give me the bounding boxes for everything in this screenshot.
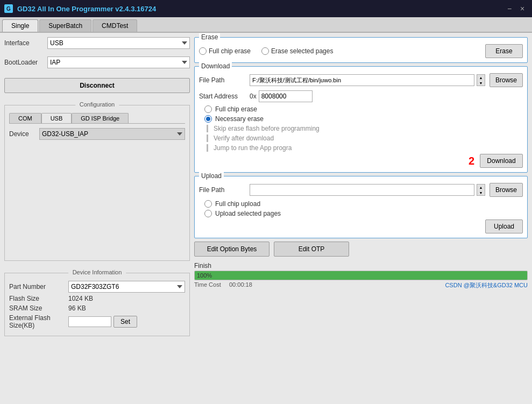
dl-verify-after: Verify after download: [204, 134, 523, 142]
download-path-spinner[interactable]: ▲ ▼: [477, 74, 485, 86]
ul-upload-selected-pages[interactable]: Upload selected pages: [204, 210, 523, 217]
minimize-button[interactable]: −: [504, 3, 515, 14]
dl-skip-erase: Skip erase flash before programming: [204, 125, 523, 132]
finish-label: Finish: [194, 262, 528, 270]
upload-footer: Upload: [199, 219, 523, 233]
time-cost-label: Time Cost 00:00:18: [194, 281, 252, 289]
download-path-input[interactable]: [250, 74, 474, 86]
dl-full-chip-erase[interactable]: Full chip erase: [204, 105, 523, 113]
dl-skip-erase-label: Skip erase flash before programming: [214, 125, 320, 132]
start-address-input[interactable]: [259, 90, 313, 102]
bootloader-select[interactable]: IAP ISP: [47, 56, 190, 68]
watermark: CSDN @聚沃科技&GD32 MCU: [445, 281, 528, 289]
upload-path-spinner[interactable]: ▲ ▼: [477, 184, 485, 196]
device-info-section: Device Information Part Number GD32F303Z…: [4, 273, 190, 336]
configuration-section: Configuration COM USB GD ISP Bridge Devi…: [4, 105, 190, 261]
disconnect-button[interactable]: Disconnect: [4, 78, 190, 93]
upload-options: Full chip upload Upload selected pages: [204, 200, 523, 217]
erase-selected-pages-radio[interactable]: [261, 47, 269, 55]
set-button[interactable]: Set: [114, 316, 137, 328]
configuration-legend: Configuration: [75, 101, 119, 108]
ul-full-chip-upload[interactable]: Full chip upload: [204, 200, 523, 208]
sub-tab-gd-isp-bridge[interactable]: GD ISP Bridge: [72, 113, 129, 123]
tab-cmdtest[interactable]: CMDTest: [93, 19, 137, 32]
title-bar-left: G GD32 All In One Programmer v2.4.3.1672…: [4, 4, 156, 13]
erase-button[interactable]: Erase: [485, 44, 523, 58]
download-footer: 2 Download: [199, 154, 523, 168]
flash-size-label: Flash Size: [9, 295, 68, 302]
tab-superbatch[interactable]: SuperBatch: [39, 19, 91, 32]
interface-select[interactable]: USB COM SWD: [47, 37, 190, 49]
upload-section: Upload File Path ▲ ▼ Browse: [194, 176, 528, 238]
download-options: Full chip erase Necessary erase Skip era…: [204, 105, 523, 152]
title-bar: G GD32 All In One Programmer v2.4.3.1672…: [0, 0, 532, 17]
dl-verify-after-label: Verify after download: [214, 134, 274, 142]
progress-text: 100%: [197, 272, 212, 279]
erase-radio-options: Full chip erase Erase selected pages: [199, 47, 485, 55]
start-address-row: Start Address 0x: [199, 90, 523, 102]
part-number-select[interactable]: GD32F303ZGT6: [68, 281, 185, 293]
verify-after-indicator: [207, 134, 208, 142]
dl-necessary-erase-label: Necessary erase: [215, 115, 264, 123]
sub-tab-com[interactable]: COM: [9, 113, 41, 123]
time-cost-key: Time Cost: [194, 281, 221, 288]
dl-necessary-erase-radio[interactable]: [204, 115, 212, 123]
path-spinner-up[interactable]: ▲: [477, 75, 485, 80]
time-cost-value: 00:00:18: [229, 281, 252, 288]
finish-section: Finish 100% Time Cost 00:00:18 CSDN @聚沃科…: [194, 262, 528, 289]
full-chip-erase-option[interactable]: Full chip erase: [199, 47, 251, 55]
tab-bar: Single SuperBatch CMDTest: [0, 17, 532, 33]
upload-spinner-up[interactable]: ▲: [477, 185, 485, 190]
ul-upload-selected-pages-label: Upload selected pages: [215, 210, 281, 217]
upload-path-input[interactable]: [250, 184, 474, 196]
part-number-row: Part Number GD32F303ZGT6: [9, 281, 185, 293]
ul-full-chip-upload-radio[interactable]: [204, 200, 212, 208]
time-row: Time Cost 00:00:18 CSDN @聚沃科技&GD32 MCU: [194, 281, 528, 289]
download-browse-button[interactable]: Browse: [490, 73, 523, 87]
edit-otp-button[interactable]: Edit OTP: [274, 242, 349, 257]
edit-option-bytes-button[interactable]: Edit Option Bytes: [194, 242, 269, 257]
download-title: Download: [199, 62, 232, 70]
upload-browse-button[interactable]: Browse: [490, 183, 523, 197]
start-address-label: Start Address: [199, 93, 247, 100]
device-info-legend: Device Information: [68, 269, 126, 275]
bootloader-label: BootLoader: [4, 59, 47, 66]
erase-inner: Full chip erase Erase selected pages Era…: [199, 44, 523, 58]
sram-size-label: SRAM Size: [9, 304, 68, 312]
bootloader-row: BootLoader IAP ISP: [4, 56, 190, 68]
upload-button[interactable]: Upload: [485, 219, 523, 233]
flash-size-row: Flash Size 1024 KB: [9, 295, 185, 302]
full-chip-erase-label: Full chip erase: [209, 47, 251, 55]
dl-necessary-erase[interactable]: Necessary erase: [204, 115, 523, 123]
erase-selected-pages-label: Erase selected pages: [271, 47, 333, 55]
jump-to-run-indicator: [207, 144, 208, 152]
upload-spinner-down[interactable]: ▼: [477, 190, 485, 195]
external-flash-input[interactable]: [68, 316, 111, 327]
erase-selected-pages-option[interactable]: Erase selected pages: [261, 47, 333, 55]
upload-path-row: File Path ▲ ▼ Browse: [199, 183, 523, 197]
device-row: Device GD32-USB_IAP: [9, 128, 185, 140]
flash-size-value: 1024 KB: [68, 295, 93, 302]
sram-size-row: SRAM Size 96 KB: [9, 304, 185, 312]
progress-container: 100%: [194, 271, 528, 280]
external-flash-row: External Flash Size(KB) Set: [9, 314, 185, 329]
download-button[interactable]: Download: [480, 154, 523, 168]
tab-single[interactable]: Single: [2, 19, 38, 32]
device-select[interactable]: GD32-USB_IAP: [39, 128, 185, 140]
interface-row: Interface USB COM SWD: [4, 37, 190, 49]
path-spinner-down[interactable]: ▼: [477, 80, 485, 86]
start-address-prefix: 0x: [250, 93, 257, 100]
main-content: Single SuperBatch CMDTest Interface USB …: [0, 17, 532, 404]
download-path-row: File Path ▲ ▼ Browse: [199, 73, 523, 87]
sub-tab-usb[interactable]: USB: [41, 113, 72, 123]
dl-full-chip-erase-radio[interactable]: [204, 105, 212, 113]
app-icon: G: [4, 4, 13, 13]
upload-path-label: File Path: [199, 186, 247, 194]
dl-jump-to-run: Jump to run the App progra: [204, 144, 523, 152]
full-chip-erase-radio[interactable]: [199, 47, 207, 55]
erase-section: Erase Full chip erase Erase selected pag…: [194, 37, 528, 63]
part-number-label: Part Number: [9, 283, 68, 290]
dl-jump-to-run-label: Jump to run the App progra: [214, 144, 292, 152]
ul-upload-selected-pages-radio[interactable]: [204, 210, 212, 217]
close-button[interactable]: ×: [517, 3, 528, 14]
